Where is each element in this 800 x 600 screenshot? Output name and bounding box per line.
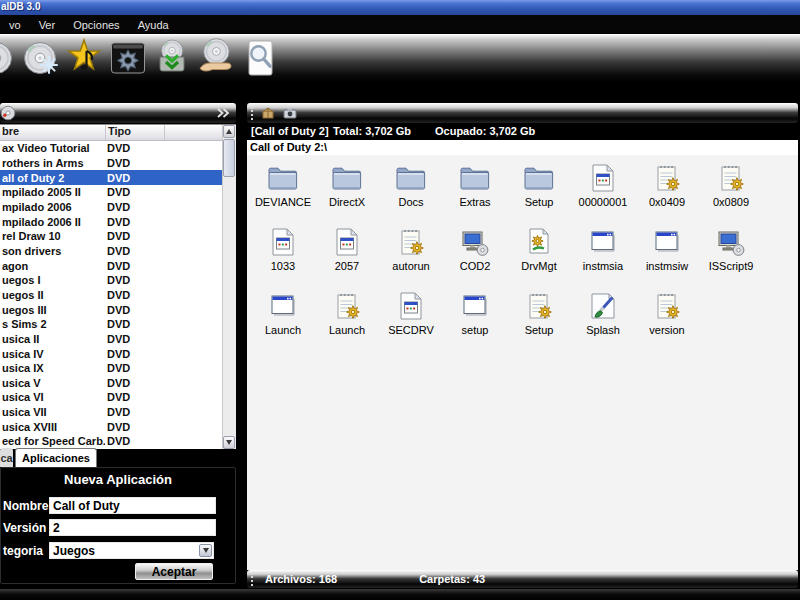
snapshot-icon[interactable]: [283, 106, 297, 120]
file-item[interactable]: DEVIANCE: [251, 160, 315, 222]
file-item[interactable]: Splash: [571, 288, 635, 350]
column-header-name[interactable]: bre: [0, 125, 106, 140]
catalog-row[interactable]: mpilado 2006DVD: [0, 200, 223, 215]
file-item[interactable]: autorun: [379, 224, 443, 286]
status-folders: Carpetas: 43: [419, 573, 485, 585]
menu-item-ver[interactable]: Ver: [30, 19, 65, 31]
catalog-row[interactable]: rothers in ArmsDVD: [0, 156, 223, 171]
search-icon[interactable]: [238, 36, 282, 80]
file-item[interactable]: 2057: [315, 224, 379, 286]
arrow-up-icon: [226, 129, 232, 134]
scroll-up-button[interactable]: [223, 125, 235, 138]
panel-arrows-icon[interactable]: [215, 105, 231, 121]
catalog-row[interactable]: ax Video TutorialDVD: [0, 141, 223, 156]
catalog-row[interactable]: usica VIIDVD: [0, 405, 223, 420]
catalog-row[interactable]: usica XVIIIDVD: [0, 419, 223, 434]
file-item[interactable]: instmsia: [571, 224, 635, 286]
file-item[interactable]: 0x0409: [635, 160, 699, 222]
file-item[interactable]: Launch: [315, 288, 379, 350]
scroll-thumb[interactable]: [223, 139, 235, 177]
version-label: Versión: [3, 521, 46, 535]
catalog-type-cell: DVD: [105, 318, 130, 330]
catalog-row[interactable]: usica IVDVD: [0, 346, 223, 361]
catalog-row[interactable]: eed for Speed Carb...DVD: [0, 434, 223, 449]
disc-save-icon[interactable]: [150, 36, 194, 80]
catalog-row[interactable]: usica VDVD: [0, 376, 223, 391]
catalog-type-cell: DVD: [105, 172, 130, 184]
menu-item-ayuda[interactable]: Ayuda: [129, 19, 178, 31]
catalog-scrollbar[interactable]: [222, 125, 236, 449]
catalog-row[interactable]: agonDVD: [0, 258, 223, 273]
right-panel-toolbar: [247, 103, 798, 123]
catalog-row[interactable]: all of Duty 2DVD: [0, 170, 223, 185]
file-label: 00000001: [579, 196, 628, 208]
file-item[interactable]: 00000001: [571, 160, 635, 222]
package-icon[interactable]: [261, 106, 275, 120]
path-bar[interactable]: Call of Duty 2:\: [247, 140, 798, 155]
catalog-row[interactable]: usica IXDVD: [0, 361, 223, 376]
catalog-name-cell: mpilado 2006: [0, 201, 105, 213]
file-item[interactable]: Setup: [507, 288, 571, 350]
menu-item-opciones[interactable]: Opciones: [64, 19, 128, 31]
file-item[interactable]: 1033: [251, 224, 315, 286]
file-item[interactable]: ISScript9: [699, 224, 763, 286]
aceptar-button[interactable]: Aceptar: [135, 563, 213, 580]
catalog-row[interactable]: uegos IDVD: [0, 273, 223, 288]
file-item[interactable]: DirectX: [315, 160, 379, 222]
catalog-name-cell: mpilado 2006 II: [0, 216, 105, 228]
catalog-name-cell: rel Draw 10: [0, 230, 105, 242]
favorites-music-icon[interactable]: [62, 36, 106, 80]
catalog-row[interactable]: usica IIDVD: [0, 332, 223, 347]
status-grip[interactable]: [251, 573, 257, 586]
column-header-type[interactable]: Tipo: [106, 125, 165, 140]
catalog-name-cell: uegos I: [0, 274, 105, 286]
version-field[interactable]: [49, 519, 216, 536]
catalog-row[interactable]: son driversDVD: [0, 244, 223, 259]
name-field[interactable]: [49, 497, 216, 514]
config-icon: [650, 291, 684, 321]
file-label: 2057: [335, 260, 359, 272]
file-item[interactable]: Extras: [443, 160, 507, 222]
file-item[interactable]: Setup: [507, 160, 571, 222]
catalog-row[interactable]: rel Draw 10DVD: [0, 229, 223, 244]
catalog-type-cell: DVD: [105, 348, 130, 360]
form-title: Nueva Aplicación: [1, 472, 235, 487]
select-dropdown-button[interactable]: [199, 544, 212, 557]
file-label: Launch: [329, 324, 365, 336]
file-item[interactable]: SECDRV: [379, 288, 443, 350]
file-item[interactable]: Launch: [251, 288, 315, 350]
disc-burn-icon[interactable]: [18, 36, 62, 80]
disc-lend-icon[interactable]: [194, 36, 238, 80]
catalog-row[interactable]: uegos IIIDVD: [0, 302, 223, 317]
catalog-row[interactable]: usica VIDVD: [0, 390, 223, 405]
file-item[interactable]: DrvMgt: [507, 224, 571, 286]
toolbar-grip[interactable]: [251, 107, 257, 120]
catalog-type-cell: DVD: [105, 377, 130, 389]
file-item[interactable]: version: [635, 288, 699, 350]
file-item[interactable]: COD2: [443, 224, 507, 286]
file-item[interactable]: 0x0809: [699, 160, 763, 222]
catalog-name-cell: mpilado 2005 II: [0, 186, 105, 198]
catalog-row[interactable]: mpilado 2005 IIDVD: [0, 185, 223, 200]
folder-icon: [458, 163, 492, 193]
disc-edge-icon[interactable]: [0, 36, 18, 80]
category-select[interactable]: Juegos: [49, 542, 214, 559]
category-value: Juegos: [53, 544, 95, 558]
file-item[interactable]: instmsiw: [635, 224, 699, 286]
file-item[interactable]: setup: [443, 288, 507, 350]
catalog-row[interactable]: s Sims 2DVD: [0, 317, 223, 332]
title-bar[interactable]: alDB 3.0: [0, 0, 800, 15]
settings-gear-icon[interactable]: [106, 36, 150, 80]
catalog-row[interactable]: mpilado 2006 IIDVD: [0, 214, 223, 229]
menu-item-vo[interactable]: vo: [0, 19, 30, 31]
scroll-down-button[interactable]: [223, 436, 235, 449]
category-label: tegoria: [3, 544, 43, 558]
app-icon: [458, 291, 492, 321]
disc-small-icon[interactable]: [0, 105, 16, 121]
tab-aplicaciones[interactable]: Aplicaciones: [15, 448, 97, 467]
file-item[interactable]: Docs: [379, 160, 443, 222]
catalog-list-header[interactable]: bre Tipo: [0, 125, 223, 141]
tab-musica[interactable]: ca: [0, 448, 13, 467]
file-label: Docs: [398, 196, 423, 208]
catalog-row[interactable]: uegos IIDVD: [0, 288, 223, 303]
